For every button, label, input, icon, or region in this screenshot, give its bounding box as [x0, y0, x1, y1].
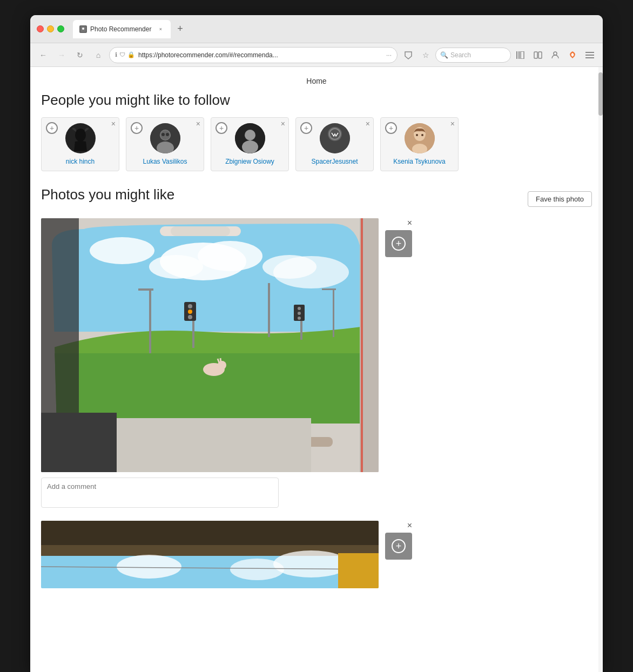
svg-rect-74 — [338, 553, 379, 588]
svg-point-36 — [262, 255, 316, 279]
minimize-window-button[interactable] — [47, 25, 54, 32]
photo-fave-card-0[interactable]: + — [385, 230, 412, 257]
tab-close-button[interactable]: × — [157, 25, 164, 33]
bookmark-button[interactable]: ☆ — [418, 48, 433, 63]
plus-icon-photo-1: + — [396, 541, 402, 552]
photo-add-button-1[interactable]: + — [392, 539, 406, 553]
person-name-4[interactable]: Ksenia Tsykunova — [393, 158, 446, 165]
person-card-close-0[interactable]: × — [111, 120, 116, 127]
svg-rect-39 — [138, 288, 153, 291]
svg-point-7 — [554, 52, 557, 55]
tab-favicon — [79, 25, 87, 33]
svg-point-51 — [298, 312, 301, 315]
photo-image-0[interactable] — [41, 218, 379, 472]
svg-rect-60 — [361, 218, 363, 472]
svg-point-19 — [245, 130, 255, 140]
svg-rect-47 — [322, 288, 336, 290]
svg-point-50 — [298, 307, 301, 310]
add-person-button-0[interactable]: + — [46, 122, 58, 134]
search-icon: 🔍 — [440, 51, 448, 59]
close-window-button[interactable] — [37, 25, 44, 32]
more-button[interactable]: ··· — [386, 51, 392, 59]
plus-icon-0: + — [50, 124, 54, 132]
navigation-bar: ← → ↻ ⌂ ℹ 🛡 🔒 https://photorecommender.c… — [30, 43, 603, 67]
person-card-close-3[interactable]: × — [366, 120, 370, 127]
person-name-1[interactable]: Lukas Vasilikos — [143, 158, 187, 165]
scrollbar-thumb[interactable] — [598, 72, 603, 116]
person-add-actions-1: + — [131, 122, 143, 134]
plus-icon-1: + — [134, 124, 139, 132]
menu-icon[interactable] — [582, 48, 597, 63]
brave-icon[interactable] — [565, 48, 580, 63]
home-button[interactable]: ⌂ — [91, 48, 106, 63]
search-placeholder: Search — [450, 51, 471, 59]
back-button[interactable]: ← — [36, 48, 51, 63]
svg-rect-65 — [117, 418, 311, 472]
svg-point-11 — [75, 129, 86, 142]
people-list: × + — [41, 117, 592, 171]
forward-button[interactable]: → — [54, 48, 69, 63]
tab-bar: Photo Recommender × + — [73, 20, 596, 38]
svg-rect-2 — [516, 51, 517, 59]
add-person-button-4[interactable]: + — [385, 122, 397, 134]
photos-section: Photos you might like Fave this photo — [41, 186, 592, 588]
home-nav-link[interactable]: Home — [41, 67, 592, 92]
person-name-2[interactable]: Zbigniew Osiowy — [225, 158, 274, 165]
reader-view-icon[interactable] — [530, 48, 546, 63]
user-icon[interactable] — [548, 48, 563, 63]
maximize-window-button[interactable] — [57, 25, 64, 32]
person-card-close-1[interactable]: × — [196, 120, 200, 127]
add-person-button-1[interactable]: + — [131, 122, 143, 134]
svg-point-16 — [161, 133, 165, 136]
svg-point-1 — [82, 28, 84, 30]
photo-image-1[interactable] — [41, 521, 379, 588]
person-card-close-2[interactable]: × — [281, 120, 285, 127]
photo-add-button-0[interactable]: + — [392, 237, 406, 251]
plus-icon-4: + — [389, 124, 393, 132]
svg-rect-64 — [41, 413, 117, 472]
people-section: People you might like to follow × + — [41, 92, 592, 171]
svg-rect-5 — [534, 52, 537, 58]
address-bar[interactable]: ℹ 🛡 🔒 https://photorecommender.com/#/rec… — [109, 47, 398, 63]
person-name-0[interactable]: nick hinch — [66, 158, 95, 165]
url-text[interactable]: https://photorecommender.com/#/recommend… — [138, 51, 383, 59]
comment-input-0[interactable] — [41, 478, 279, 508]
svg-rect-46 — [333, 288, 334, 337]
svg-point-70 — [117, 555, 181, 579]
person-card-1: × + — [126, 117, 204, 171]
svg-point-27 — [421, 134, 423, 136]
active-tab[interactable]: Photo Recommender × — [73, 20, 171, 38]
svg-point-20 — [242, 140, 258, 153]
scrollbar-track[interactable] — [598, 67, 603, 672]
library-icon[interactable] — [513, 48, 528, 63]
svg-point-34 — [90, 237, 154, 264]
photo-item-1: × + — [41, 521, 592, 588]
add-person-button-3[interactable]: + — [300, 122, 312, 134]
photo-dismiss-button-0[interactable]: × — [407, 218, 412, 228]
photo-action-area-1: × + — [385, 521, 412, 560]
browser-window: Photo Recommender × + ← → ↻ ⌂ ℹ 🛡 🔒 http… — [30, 15, 603, 672]
svg-point-42 — [188, 304, 192, 308]
svg-rect-6 — [538, 52, 542, 58]
pocket-icon[interactable] — [401, 48, 416, 63]
photo-container-1: × + — [41, 521, 592, 588]
plus-icon-2: + — [219, 124, 224, 132]
photo-action-area-0: × + — [385, 218, 412, 257]
svg-rect-4 — [521, 51, 524, 59]
person-card-close-4[interactable]: × — [450, 120, 455, 127]
svg-rect-38 — [149, 288, 151, 353]
new-tab-button[interactable]: + — [173, 22, 187, 36]
svg-rect-45 — [268, 283, 270, 337]
photo-container-0: × + — [41, 218, 592, 472]
title-bar: Photo Recommender × + — [30, 15, 603, 43]
add-person-button-2[interactable]: + — [216, 122, 227, 134]
page-content: Home People you might like to follow × + — [30, 67, 603, 672]
person-name-3[interactable]: SpacerJesusnet — [311, 158, 358, 165]
browser-search-bar[interactable]: 🔍 Search — [435, 48, 511, 63]
photo-dismiss-button-1[interactable]: × — [407, 521, 412, 530]
photo-fave-card-1[interactable]: + — [385, 533, 412, 560]
fave-photo-button[interactable]: Fave this photo — [528, 191, 592, 207]
photos-header: Photos you might like Fave this photo — [41, 186, 592, 212]
comment-box-0 — [41, 478, 592, 510]
refresh-button[interactable]: ↻ — [72, 48, 87, 63]
